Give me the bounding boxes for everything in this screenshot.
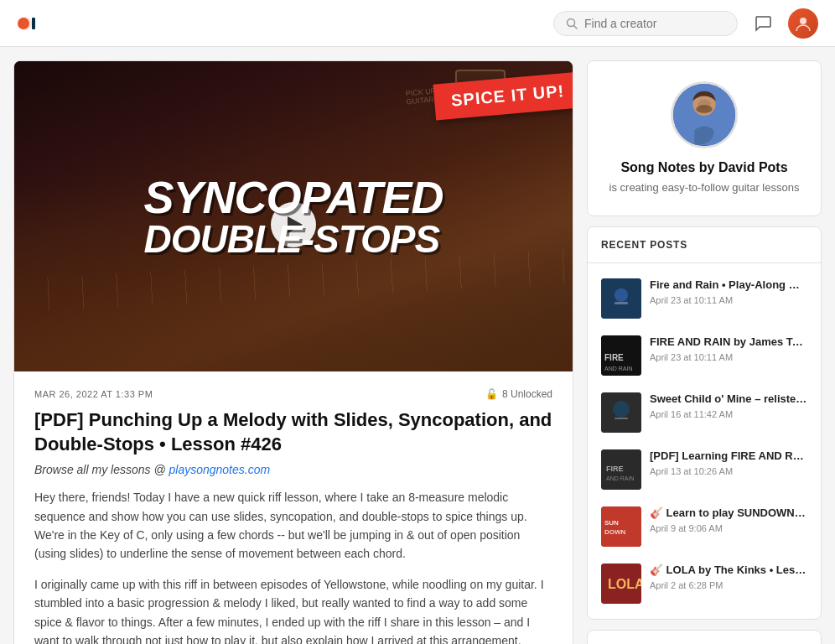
svg-text:DOWN: DOWN xyxy=(604,528,626,536)
svg-text:LOLA: LOLA xyxy=(608,577,641,591)
recent-post-title-4: 🎸 Learn to play SUNDOWN by Gord... xyxy=(650,506,807,521)
thumb-img-5: LOLA xyxy=(601,564,641,604)
recent-posts-list: Fire and Rain • Play-Along Cover (wit...… xyxy=(588,263,821,619)
recent-post-item-2[interactable]: Sweet Child o' Mine – relisted song s...… xyxy=(588,384,821,441)
svg-text:AND RAIN: AND RAIN xyxy=(606,475,634,481)
thumb-img-3: FIRE AND RAIN xyxy=(601,449,641,490)
search-bar[interactable] xyxy=(553,11,738,36)
recent-post-item-4[interactable]: SUN DOWN 🎸 Learn to play SUNDOWN by Gord… xyxy=(588,498,821,555)
creator-avatar xyxy=(671,81,738,148)
recent-post-title-0: Fire and Rain • Play-Along Cover (wit... xyxy=(650,278,807,293)
recent-post-date-3: April 13 at 10:26 AM xyxy=(650,466,807,476)
top-nav xyxy=(0,0,835,47)
subtitle-text: Browse all my lessons @ xyxy=(34,463,166,476)
svg-rect-18 xyxy=(615,418,628,419)
creator-face-svg xyxy=(673,83,735,145)
svg-point-9 xyxy=(696,105,712,113)
recent-post-title-3: [PDF] Learning FIRE AND RAIN: Sug... xyxy=(650,449,807,464)
subtitle-link[interactable]: playsongnotes.com xyxy=(169,463,270,476)
thumb-img-2 xyxy=(601,392,641,433)
main-content: Syncopated Double-Stops Spice It Up! PIC… xyxy=(13,60,573,644)
recent-post-date-2: April 16 at 11:42 AM xyxy=(650,409,807,419)
lock-icon: 🔓 xyxy=(485,388,498,400)
svg-point-17 xyxy=(613,401,630,418)
post-thumb-4: SUN DOWN xyxy=(601,506,641,547)
recent-post-info-3: [PDF] Learning FIRE AND RAIN: Sug... Apr… xyxy=(650,449,807,476)
post-thumb-2 xyxy=(601,392,641,433)
hero-text: Syncopated Double-Stops xyxy=(127,158,459,275)
recent-post-date-5: April 2 at 6:28 PM xyxy=(650,580,807,590)
recent-posts-header: RECENT POSTS xyxy=(588,227,821,263)
svg-point-11 xyxy=(615,288,628,302)
svg-line-4 xyxy=(574,25,578,29)
recent-post-info-2: Sweet Child o' Mine – relisted song s...… xyxy=(650,392,807,419)
post-meta: MAR 26, 2022 AT 1:33 PM 🔓 8 Unlocked xyxy=(34,388,552,400)
svg-rect-2 xyxy=(32,18,35,29)
recent-post-date-1: April 23 at 10:11 AM xyxy=(650,352,807,362)
thumb-img-0 xyxy=(601,278,641,319)
post-date: MAR 26, 2022 AT 1:33 PM xyxy=(34,389,153,399)
creator-card: Song Notes by David Pots is creating eas… xyxy=(587,60,822,216)
svg-rect-12 xyxy=(615,302,628,304)
svg-rect-22 xyxy=(601,506,641,547)
patreon-logo[interactable] xyxy=(17,10,44,37)
svg-text:SUN: SUN xyxy=(604,519,619,527)
messages-button[interactable] xyxy=(748,8,778,39)
recent-post-item-5[interactable]: LOLA 🎸 LOLA by The Kinks • Lesson #427 A… xyxy=(588,555,821,612)
creator-desc: is creating easy-to-follow guitar lesson… xyxy=(604,180,804,195)
creator-avatar-inner xyxy=(673,83,735,147)
creator-name: Song Notes by David Pots xyxy=(604,160,804,175)
page-wrapper: Syncopated Double-Stops Spice It Up! PIC… xyxy=(0,47,835,644)
recent-post-date-4: April 9 at 9:06 AM xyxy=(650,523,807,533)
thumb-img-1: FIRE AND RAIN xyxy=(601,335,641,376)
svg-point-1 xyxy=(18,18,29,29)
search-input[interactable] xyxy=(584,17,725,30)
hero-title-line2: Double-Stops xyxy=(143,220,443,258)
current-tier-header: CURRENT TIER xyxy=(588,631,821,644)
thumb-img-4: SUN DOWN xyxy=(601,506,641,547)
post-thumb-0 xyxy=(601,278,641,319)
recent-post-title-1: FIRE AND RAIN by James Taylor • Fu... xyxy=(650,335,807,350)
post-subtitle: Browse all my lessons @ playsongnotes.co… xyxy=(34,463,552,476)
recent-post-title-5: 🎸 LOLA by The Kinks • Lesson #427 xyxy=(650,564,807,578)
current-tier-card: CURRENT TIER xyxy=(587,630,822,644)
sidebar: Song Notes by David Pots is creating eas… xyxy=(587,60,822,644)
search-icon xyxy=(566,18,578,29)
messages-icon xyxy=(753,13,773,34)
recent-post-info-5: 🎸 LOLA by The Kinks • Lesson #427 April … xyxy=(650,564,807,590)
header-right xyxy=(553,8,818,39)
svg-text:AND RAIN: AND RAIN xyxy=(604,366,632,371)
recent-post-date-0: April 23 at 10:11 AM xyxy=(650,295,807,305)
patreon-wordmark-icon xyxy=(17,10,44,37)
hero-title-line1: Syncopated xyxy=(143,174,443,220)
user-avatar[interactable] xyxy=(788,8,818,39)
recent-post-info-0: Fire and Rain • Play-Along Cover (wit...… xyxy=(650,278,807,305)
recent-posts-card: RECENT POSTS Fire and Rain • Play-Along … xyxy=(587,226,822,620)
recent-post-info-4: 🎸 Learn to play SUNDOWN by Gord... April… xyxy=(650,506,807,533)
post-body: MAR 26, 2022 AT 1:33 PM 🔓 8 Unlocked [PD… xyxy=(14,371,573,644)
unlock-text: 8 Unlocked xyxy=(502,388,552,400)
header-left xyxy=(17,10,44,37)
recent-post-item-3[interactable]: FIRE AND RAIN [PDF] Learning FIRE AND RA… xyxy=(588,441,821,498)
recent-post-title-2: Sweet Child o' Mine – relisted song s... xyxy=(650,392,807,407)
post-thumb-5: LOLA xyxy=(601,564,641,604)
post-thumb-1: FIRE AND RAIN xyxy=(601,335,641,376)
svg-point-5 xyxy=(800,18,806,24)
svg-text:FIRE: FIRE xyxy=(604,353,624,362)
recent-post-item-0[interactable]: Fire and Rain • Play-Along Cover (wit...… xyxy=(588,270,821,327)
avatar-icon xyxy=(794,14,812,33)
svg-text:FIRE: FIRE xyxy=(606,465,624,473)
unlock-badge: 🔓 8 Unlocked xyxy=(485,388,552,400)
recent-post-item-1[interactable]: FIRE AND RAIN FIRE AND RAIN by James Tay… xyxy=(588,327,821,384)
post-body-text-1: Hey there, friends! Today I have a new q… xyxy=(34,488,552,564)
post-thumb-3: FIRE AND RAIN xyxy=(601,449,641,490)
post-title: [PDF] Punching Up a Melody with Slides, … xyxy=(34,408,552,456)
hero-image: Syncopated Double-Stops Spice It Up! PIC… xyxy=(14,61,573,371)
recent-post-info-1: FIRE AND RAIN by James Taylor • Fu... Ap… xyxy=(650,335,807,362)
post-body-text-2: I originally came up with this riff in b… xyxy=(34,575,552,644)
